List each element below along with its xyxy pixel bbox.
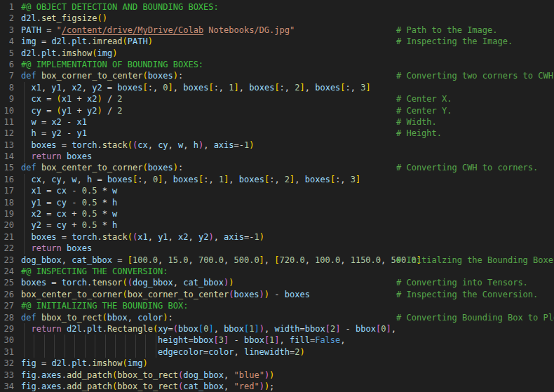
line-number[interactable]: 7: [0, 70, 14, 81]
line-number[interactable]: 2: [0, 13, 14, 24]
code-line[interactable]: 8 x1, y1, x2, y2 = boxes[:, 0], boxes[:,…: [0, 82, 554, 93]
code-line[interactable]: 26box_center_to_corner(box_corner_to_cen…: [0, 289, 554, 300]
token: 0.5: [82, 209, 97, 219]
token: y1: [62, 106, 72, 116]
code-line[interactable]: 4img = d2l.plt.imread(PATH)# Inspecting …: [0, 36, 554, 47]
line-number[interactable]: 11: [0, 116, 14, 128]
line-number[interactable]: 9: [0, 93, 14, 104]
line-number[interactable]: 28: [0, 312, 14, 323]
token: ): [143, 358, 148, 368]
line-number[interactable]: 6: [0, 59, 14, 70]
code-line[interactable]: 28def bbox_to_rect(bbox, color):# Conver…: [0, 312, 554, 323]
line-number[interactable]: 22: [0, 243, 14, 254]
code-line[interactable]: 25boxes = torch.tensor((dog_bbox, cat_bb…: [0, 277, 554, 288]
code-text: def box_center_to_corner(boxes):: [21, 163, 183, 173]
line-number[interactable]: 23: [0, 255, 14, 266]
line-number[interactable]: 1: [0, 1, 14, 13]
line-number[interactable]: 8: [0, 82, 14, 93]
line-number[interactable]: 16: [0, 174, 14, 185]
line-number[interactable]: 19: [0, 208, 14, 219]
code-text: #@ OBJECT DETECTION AND BOUNDING BOXES:: [21, 2, 219, 12]
line-number[interactable]: 20: [0, 219, 14, 231]
indent-guide: [21, 334, 158, 346]
line-number[interactable]: 27: [0, 300, 14, 311]
line-number[interactable]: 31: [0, 346, 14, 358]
code-line[interactable]: 29 return d2l.plt.Rectangle(xy=(bbox[0],…: [0, 323, 554, 334]
line-number[interactable]: 10: [0, 105, 14, 116]
code-line[interactable]: 32fig = d2l.plt.imshow(img): [0, 358, 554, 369]
line-number[interactable]: 21: [0, 231, 14, 243]
code-line[interactable]: 3PATH = "/content/drive/MyDrive/Colab No…: [0, 25, 554, 36]
token: x1: [137, 232, 147, 242]
token: x2: [31, 209, 41, 219]
line-number[interactable]: 30: [0, 334, 14, 346]
line-number[interactable]: 29: [0, 323, 14, 334]
token: [: [128, 255, 133, 265]
code-line[interactable]: 1#@ OBJECT DETECTION AND BOUNDING BOXES:: [0, 1, 554, 13]
code-line[interactable]: 16 cx, cy, w, h = boxes[:, 0], boxes[:, …: [0, 174, 554, 185]
token: add_patch: [67, 370, 112, 380]
token: img: [128, 358, 143, 368]
code-line[interactable]: 33fig.axes.add_patch(bbox_to_rect(dog_bb…: [0, 370, 554, 381]
line-number[interactable]: 34: [0, 381, 14, 392]
code-line[interactable]: 13 boxes = torch.stack((cx, cy, w, h), a…: [0, 140, 554, 151]
token: (: [57, 106, 62, 116]
line-number[interactable]: 3: [0, 25, 14, 36]
token: #@ INITIALIZING THE BOUNDING BOX:: [21, 301, 188, 311]
code-line[interactable]: 15def box_center_to_corner(boxes):# Conv…: [0, 162, 554, 173]
token: :: [178, 163, 183, 173]
line-number[interactable]: 32: [0, 358, 14, 369]
code-text: return d2l.plt.Rectangle(xy=(bbox[0], bb…: [21, 324, 396, 334]
code-line[interactable]: 6#@ IMPLEMENTATION OF BOUNDING BOXES:: [0, 59, 554, 70]
token: (: [128, 278, 133, 288]
code-line[interactable]: 23dog_bbox, cat_bbox = [100.0, 15.0, 700…: [0, 255, 554, 266]
line-number[interactable]: 5: [0, 48, 14, 59]
token: cat_bbox: [183, 278, 224, 288]
code-line[interactable]: 21 boxes = torch.stack((x1, y1, x2, y2),…: [0, 231, 554, 243]
token: boxes: [239, 175, 264, 184]
line-number[interactable]: 4: [0, 36, 14, 47]
line-number[interactable]: 12: [0, 128, 14, 139]
line-number[interactable]: 33: [0, 370, 14, 381]
code-line[interactable]: 10 cy = (y1 + y2) / 2# Center Y.: [0, 105, 554, 116]
code-line[interactable]: 7def box_corner_to_center(boxes):# Conve…: [0, 70, 554, 81]
token: 1: [229, 83, 234, 93]
code-line[interactable]: 14 return boxes: [0, 151, 554, 162]
token: ]: [366, 83, 371, 93]
token: *: [97, 209, 112, 219]
token: [: [142, 83, 147, 93]
line-number[interactable]: 17: [0, 185, 14, 196]
token: axis: [224, 232, 244, 242]
token: (: [123, 278, 128, 288]
code-line[interactable]: 11 w = x2 - x1# Width.: [0, 116, 554, 128]
line-number[interactable]: 15: [0, 162, 14, 173]
code-line[interactable]: 18 y1 = cy - 0.5 * h: [0, 197, 554, 208]
token: 2: [285, 175, 290, 184]
line-number[interactable]: 26: [0, 289, 14, 300]
code-line[interactable]: 2d2l.set_figsize(): [0, 13, 554, 24]
line-number[interactable]: 25: [0, 277, 14, 288]
line-number[interactable]: 13: [0, 140, 14, 151]
code-line[interactable]: 19 x2 = cx + 0.5 * w: [0, 208, 554, 219]
code-line[interactable]: 31 edgecolor=color, linewidth=2): [0, 346, 554, 358]
token: 3: [360, 83, 365, 93]
code-line[interactable]: 20 y2 = cy + 0.5 * h: [0, 219, 554, 231]
code-line[interactable]: 24#@ INSPECTING THE CONVERSION:: [0, 266, 554, 277]
line-number[interactable]: 18: [0, 197, 14, 208]
line-number[interactable]: 14: [0, 151, 14, 162]
indent-guide: [21, 346, 158, 358]
code-line[interactable]: 12 h = y2 - y1# Height.: [0, 128, 554, 139]
code-line[interactable]: 9 cx = (x1 + x2) / 2# Center X.: [0, 93, 554, 104]
code-line[interactable]: 22 return boxes: [0, 243, 554, 254]
token: cat_bbox: [183, 381, 224, 391]
code-line[interactable]: 30 height=bbox[3] - bbox[1], fill=False,: [0, 334, 554, 346]
token: img: [21, 36, 36, 46]
token: boxes: [305, 175, 330, 184]
code-line[interactable]: 5d2l.plt.imshow(img): [0, 48, 554, 59]
line-number[interactable]: 24: [0, 266, 14, 277]
token: =-: [244, 232, 254, 242]
code-line[interactable]: 17 x1 = cx - 0.5 * w: [0, 185, 554, 196]
code-line[interactable]: 34fig.axes.add_patch(bbox_to_rect(cat_bb…: [0, 381, 554, 392]
code-line[interactable]: 27#@ INITIALIZING THE BOUNDING BOX:: [0, 300, 554, 311]
code-area[interactable]: 1#@ OBJECT DETECTION AND BOUNDING BOXES:…: [0, 1, 554, 392]
